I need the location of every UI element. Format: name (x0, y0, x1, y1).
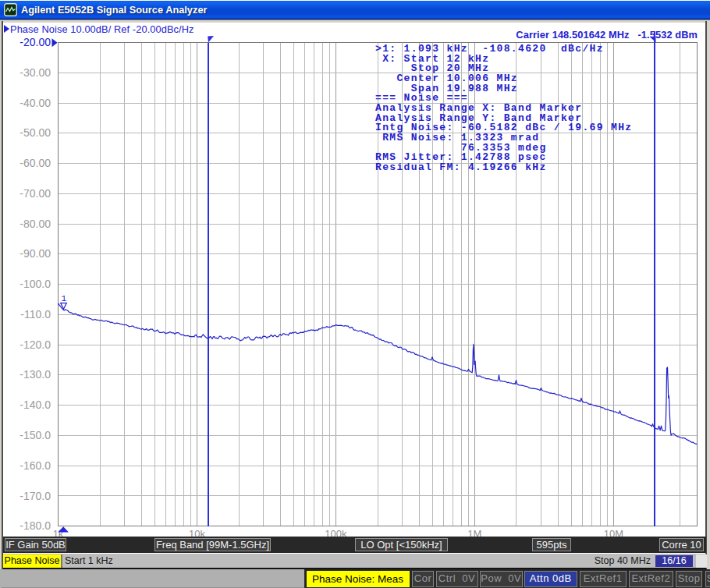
svg-text:1: 1 (62, 294, 67, 303)
